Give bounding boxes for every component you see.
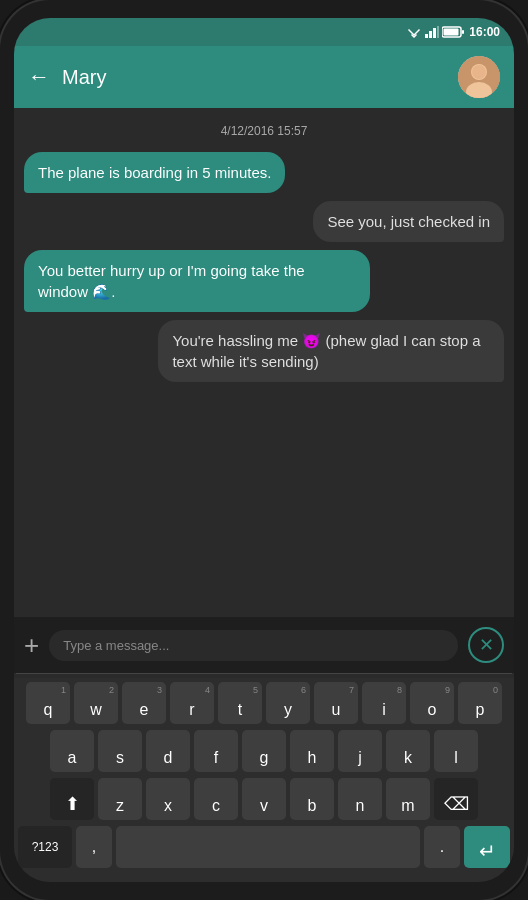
wifi-icon bbox=[406, 26, 422, 38]
battery-icon bbox=[442, 26, 464, 38]
attach-button[interactable]: + bbox=[24, 632, 39, 658]
key-b[interactable]: b bbox=[290, 778, 334, 820]
status-bar: 16:00 bbox=[14, 18, 514, 46]
back-button[interactable]: ← bbox=[28, 64, 50, 90]
message-bubble-1: The plane is boarding in 5 minutes. bbox=[24, 152, 285, 193]
key-f[interactable]: f bbox=[194, 730, 238, 772]
input-area: + Type a message... ✕ bbox=[14, 617, 514, 673]
key-v[interactable]: v bbox=[242, 778, 286, 820]
nums-key[interactable]: ?123 bbox=[18, 826, 72, 868]
signal-icon bbox=[425, 26, 439, 38]
message-text-1: The plane is boarding in 5 minutes. bbox=[38, 164, 271, 181]
svg-rect-5 bbox=[437, 26, 439, 38]
chat-area: 4/12/2016 15:57 The plane is boarding in… bbox=[14, 108, 514, 617]
keyboard-divider bbox=[16, 673, 512, 674]
key-h[interactable]: h bbox=[290, 730, 334, 772]
svg-rect-8 bbox=[444, 29, 459, 36]
chat-header: ← Mary bbox=[14, 46, 514, 108]
input-text: Type a message... bbox=[63, 638, 169, 653]
message-input[interactable]: Type a message... bbox=[49, 630, 458, 661]
key-s[interactable]: s bbox=[98, 730, 142, 772]
key-n[interactable]: n bbox=[338, 778, 382, 820]
status-right: 16:00 bbox=[406, 25, 500, 39]
key-a[interactable]: a bbox=[50, 730, 94, 772]
key-g[interactable]: g bbox=[242, 730, 286, 772]
cancel-send-button[interactable]: ✕ bbox=[468, 627, 504, 663]
date-label: 4/12/2016 15:57 bbox=[24, 124, 504, 138]
cancel-icon: ✕ bbox=[479, 634, 494, 656]
avatar[interactable] bbox=[458, 56, 500, 98]
comma-key[interactable]: , bbox=[76, 826, 112, 868]
keyboard-row-1: 1q 2w 3e 4r 5t 6y 7u 8i 9o 0p bbox=[18, 682, 510, 724]
enter-key[interactable]: ↵ bbox=[464, 826, 510, 868]
key-p[interactable]: 0p bbox=[458, 682, 502, 724]
message-bubble-2: See you, just checked in bbox=[313, 201, 504, 242]
space-key[interactable] bbox=[116, 826, 420, 868]
key-e[interactable]: 3e bbox=[122, 682, 166, 724]
key-x[interactable]: x bbox=[146, 778, 190, 820]
key-j[interactable]: j bbox=[338, 730, 382, 772]
key-c[interactable]: c bbox=[194, 778, 238, 820]
backspace-key[interactable]: ⌫ bbox=[434, 778, 478, 820]
period-key[interactable]: . bbox=[424, 826, 460, 868]
key-y[interactable]: 6y bbox=[266, 682, 310, 724]
avatar-image bbox=[458, 56, 500, 98]
contact-name: Mary bbox=[62, 66, 446, 89]
message-text-2: See you, just checked in bbox=[327, 213, 490, 230]
svg-rect-3 bbox=[429, 31, 432, 38]
status-icons bbox=[406, 26, 464, 38]
shift-key[interactable]: ⬆ bbox=[50, 778, 94, 820]
message-text-4: You're hassling me 😈 (phew glad I can st… bbox=[172, 332, 480, 370]
key-l[interactable]: l bbox=[434, 730, 478, 772]
phone-screen: 16:00 ← Mary 4/12/2016 15:57 bbox=[14, 18, 514, 882]
key-w[interactable]: 2w bbox=[74, 682, 118, 724]
message-text-3: You better hurry up or I'm going take th… bbox=[38, 262, 305, 300]
avatar-svg bbox=[458, 56, 500, 98]
phone-frame: 16:00 ← Mary 4/12/2016 15:57 bbox=[0, 0, 528, 900]
key-d[interactable]: d bbox=[146, 730, 190, 772]
svg-point-12 bbox=[472, 65, 486, 79]
message-bubble-4: You're hassling me 😈 (phew glad I can st… bbox=[158, 320, 504, 382]
status-time: 16:00 bbox=[469, 25, 500, 39]
svg-marker-0 bbox=[408, 29, 420, 36]
svg-rect-2 bbox=[425, 34, 428, 38]
key-r[interactable]: 4r bbox=[170, 682, 214, 724]
keyboard-row-2: a s d f g h j k l bbox=[18, 730, 510, 772]
key-m[interactable]: m bbox=[386, 778, 430, 820]
svg-rect-7 bbox=[462, 30, 464, 34]
key-k[interactable]: k bbox=[386, 730, 430, 772]
keyboard: 1q 2w 3e 4r 5t 6y 7u 8i 9o 0p a s d f g … bbox=[14, 678, 514, 882]
svg-rect-4 bbox=[433, 28, 436, 38]
key-u[interactable]: 7u bbox=[314, 682, 358, 724]
key-i[interactable]: 8i bbox=[362, 682, 406, 724]
key-o[interactable]: 9o bbox=[410, 682, 454, 724]
key-z[interactable]: z bbox=[98, 778, 142, 820]
keyboard-row-bottom: ?123 , . ↵ bbox=[18, 826, 510, 868]
key-t[interactable]: 5t bbox=[218, 682, 262, 724]
message-bubble-3: You better hurry up or I'm going take th… bbox=[24, 250, 370, 312]
keyboard-row-3: ⬆ z x c v b n m ⌫ bbox=[18, 778, 510, 820]
key-q[interactable]: 1q bbox=[26, 682, 70, 724]
